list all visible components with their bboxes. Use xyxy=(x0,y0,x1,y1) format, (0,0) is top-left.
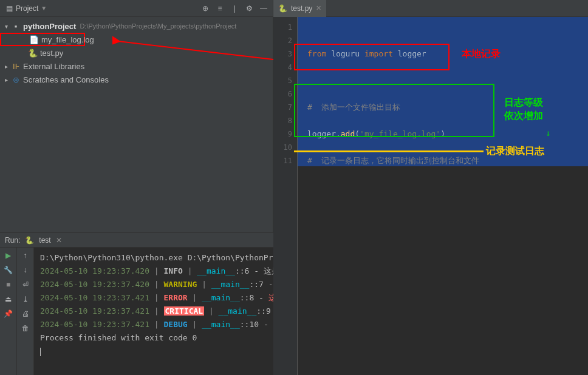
project-icon: ▤ xyxy=(5,4,13,13)
scratches-icon: ⊛ xyxy=(11,75,21,84)
tree-project-root[interactable]: ▾ ▪ pythonProject D:\Python\PythonProjec… xyxy=(0,19,273,33)
annotation-line-yellow xyxy=(294,150,484,152)
tab-label: test.py xyxy=(291,4,312,13)
hide-icon[interactable]: — xyxy=(259,4,268,13)
run-icon[interactable]: ▶ xyxy=(4,251,13,260)
locate-icon[interactable]: ⊕ xyxy=(201,4,210,13)
editor-tabs: 🐍 test.py ✕ xyxy=(273,0,588,17)
python-icon: 🐍 xyxy=(278,4,287,13)
run-mid-toolbar: ↑ ↓ ⏎ ⤓ 🖨 🗑 xyxy=(17,248,34,375)
tree-file-log[interactable]: 📄 my_file_log.log xyxy=(0,33,85,46)
item-label: External Libraries xyxy=(23,62,84,71)
trash-icon[interactable]: 🗑 xyxy=(21,324,30,333)
editor-gutter: 1 2 3 4 5 6 7 8 9 10 11 xyxy=(273,17,298,375)
debug-wrench-icon[interactable]: 🔧 xyxy=(4,266,13,274)
annotation-arrow-green: ↓ xyxy=(545,126,550,140)
annotation-label-green2: 依次增加 xyxy=(504,109,543,123)
stop-icon[interactable]: ■ xyxy=(4,280,13,289)
folder-icon: ▪ xyxy=(11,22,21,31)
tree-scratches[interactable]: ▸ ⊛ Scratches and Consoles xyxy=(0,73,273,86)
libs-icon: ⊪ xyxy=(11,62,21,71)
print-icon[interactable]: 🖨 xyxy=(21,309,30,318)
down-arrow-icon[interactable]: ↓ xyxy=(21,266,30,274)
up-arrow-icon[interactable]: ↑ xyxy=(21,251,30,260)
run-config-name: test xyxy=(39,236,50,245)
annotation-label-red: 本地记录 xyxy=(462,47,501,61)
run-label: Run: xyxy=(5,236,20,245)
project-title: Project xyxy=(13,4,41,13)
file-icon: 📄 xyxy=(29,35,39,44)
file-name: test.py xyxy=(40,49,63,58)
tree-external-libs[interactable]: ▸ ⊪ External Libraries xyxy=(0,59,273,73)
divider: | xyxy=(230,4,239,13)
project-path: D:\Python\PythonProjects\My_projects\pyt… xyxy=(80,22,236,30)
project-panel: ▤ Project ▼ ⊕ ≡ | ⚙ — ▾ ▪ pythonProject … xyxy=(0,0,273,232)
cursor-icon xyxy=(40,348,41,356)
editor-code[interactable]: from loguru import logger # 添加一个文件输出目标 l… xyxy=(298,17,588,375)
project-tree: ▾ ▪ pythonProject D:\Python\PythonProjec… xyxy=(0,17,273,89)
annotation-label-yellow: 记录测试日志 xyxy=(486,144,544,158)
run-left-toolbar: ▶ 🔧 ■ ⏏ 📌 xyxy=(0,248,17,375)
python-icon: 🐍 xyxy=(25,236,34,245)
pin-icon[interactable]: 📌 xyxy=(4,309,13,318)
close-icon[interactable]: ✕ xyxy=(56,236,62,245)
caret-right-icon[interactable]: ▸ xyxy=(5,76,11,83)
editor-panel: 🐍 test.py ✕ 1 2 3 4 5 6 7 8 9 10 11 from… xyxy=(273,0,588,232)
wrap-icon[interactable]: ⏎ xyxy=(21,280,30,289)
item-label: Scratches and Consoles xyxy=(23,75,109,84)
close-icon[interactable]: ✕ xyxy=(316,4,321,12)
expand-icon[interactable]: ≡ xyxy=(216,4,224,13)
annotation-label-green1: 日志等级 xyxy=(504,96,543,109)
project-header: ▤ Project ▼ ⊕ ≡ | ⚙ — xyxy=(0,0,273,17)
exit-icon[interactable]: ⏏ xyxy=(4,295,13,303)
file-name: my_file_log.log xyxy=(41,35,94,44)
caret-down-icon[interactable]: ▾ xyxy=(5,23,11,30)
scroll-icon[interactable]: ⤓ xyxy=(21,295,30,303)
gear-icon[interactable]: ⚙ xyxy=(245,4,253,13)
editor-body[interactable]: 1 2 3 4 5 6 7 8 9 10 11 from loguru impo… xyxy=(273,17,588,375)
project-name: pythonProject xyxy=(23,22,76,31)
caret-right-icon[interactable]: ▸ xyxy=(5,63,11,70)
python-icon: 🐍 xyxy=(28,49,38,58)
editor-tab[interactable]: 🐍 test.py ✕ xyxy=(273,0,326,17)
tree-file-py[interactable]: 🐍 test.py xyxy=(0,46,273,59)
project-dropdown-icon[interactable]: ▼ xyxy=(41,5,47,12)
